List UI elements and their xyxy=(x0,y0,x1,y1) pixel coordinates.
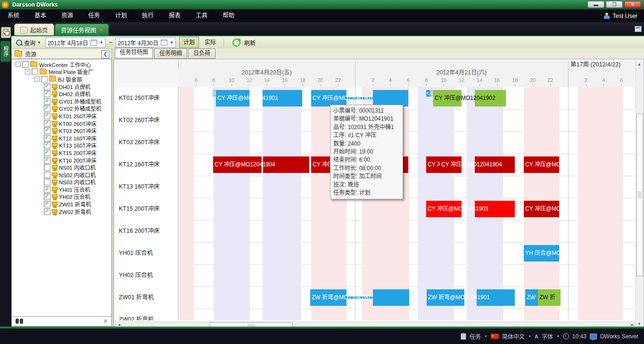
chevron-down-icon[interactable]: ▼ xyxy=(484,335,487,338)
menu-item-0[interactable]: 系统 xyxy=(0,9,27,22)
task-bar[interactable]: ZW 折弯@MO12041901 xyxy=(427,289,464,306)
tree-item[interactable]: KT15 200T冲床 xyxy=(12,149,111,156)
tree-checkbox[interactable] xyxy=(22,61,29,68)
user-badge[interactable]: Test User xyxy=(604,9,637,22)
statusbar-font[interactable]: 字体 xyxy=(542,332,553,340)
task-bar[interactable]: CY 冲压@MO12041901 xyxy=(216,90,249,106)
tree-item[interactable]: GY01 外桶成型机 xyxy=(12,98,111,105)
tree-item[interactable]: NS03 内收口机 xyxy=(12,179,111,186)
chevron-down-icon[interactable]: ▼ xyxy=(528,335,531,338)
menu-item-4[interactable]: 计划 xyxy=(107,9,134,22)
task-bar[interactable]: ZW 折弯@MO12041901 xyxy=(310,289,347,306)
tree-item[interactable]: NS01 内收口机 xyxy=(12,164,111,171)
tab-close-icon[interactable]: × xyxy=(99,27,103,33)
tree-item[interactable]: ZW02 折弯机 xyxy=(12,208,111,215)
actual-toggle-button[interactable]: 实际 xyxy=(201,37,220,48)
tree-checkbox[interactable] xyxy=(44,179,50,185)
clear-filter-icon[interactable]: × xyxy=(103,317,107,325)
refresh-button[interactable]: 刷新 xyxy=(228,39,258,47)
tree-checkbox[interactable] xyxy=(41,76,48,82)
date-from-field[interactable]: 2012年 4月18日 ▼ xyxy=(45,37,106,48)
tree-item[interactable]: GY02 外桶成型机 xyxy=(12,105,111,113)
tree-checkbox[interactable] xyxy=(44,186,50,193)
task-bar[interactable]: C xyxy=(213,90,216,97)
tree-item[interactable]: KT02 260T冲床 xyxy=(12,120,111,127)
tree-checkbox[interactable] xyxy=(32,68,38,75)
expander-icon[interactable]: − xyxy=(34,76,40,82)
task-bar[interactable]: CY 冲压@MO1 xyxy=(524,201,559,217)
tree-item[interactable]: YH02 压合机 xyxy=(12,193,111,201)
tree-checkbox[interactable] xyxy=(44,201,50,207)
view-tab-1[interactable]: 任务明细 xyxy=(154,49,187,59)
restore-button[interactable]: ❐ xyxy=(606,1,623,8)
expander-icon[interactable]: − xyxy=(25,69,30,74)
menu-item-6[interactable]: 报表 xyxy=(161,9,188,22)
menu-item-3[interactable]: 任务 xyxy=(81,9,107,22)
task-bar[interactable]: CY 冲压@MO12041901 xyxy=(311,90,347,106)
tree-item[interactable]: DH02 点焊机 xyxy=(12,90,111,98)
scroll-up-icon[interactable]: ▲ xyxy=(636,61,643,67)
menu-item-1[interactable]: 基本 xyxy=(27,9,54,22)
tree-checkbox[interactable] xyxy=(44,98,50,105)
chevron-down-icon[interactable]: ▼ xyxy=(556,335,560,338)
program-vertical-tab[interactable]: 程序 xyxy=(0,41,10,62)
tree-checkbox[interactable] xyxy=(44,157,50,164)
view-tab-0[interactable]: 任务甘特图 xyxy=(115,48,153,59)
panel-dock-icon[interactable] xyxy=(1,27,11,38)
tree-checkbox[interactable] xyxy=(44,172,50,178)
tree-checkbox[interactable] xyxy=(44,135,50,141)
menu-item-8[interactable]: 帮助 xyxy=(215,9,242,22)
task-bar[interactable]: CY 冲 xyxy=(426,156,440,173)
date-to-field[interactable]: 2012年 4月30日 ▼ xyxy=(116,37,176,48)
find-icon[interactable] xyxy=(16,319,23,324)
tab-home[interactable]: ⌂ 起始页 xyxy=(14,24,54,36)
tree-checkbox[interactable] xyxy=(44,90,50,97)
tree-item[interactable]: KT12 160T冲床 xyxy=(12,134,111,142)
task-bar[interactable] xyxy=(373,289,409,306)
tree-checkbox[interactable] xyxy=(44,120,50,127)
statusbar-language[interactable]: 简体中文 xyxy=(502,332,525,340)
menu-item-7[interactable]: 工具 xyxy=(188,9,215,22)
tree-item[interactable]: YH01 压合机 xyxy=(12,186,111,193)
close-button[interactable]: ✕ xyxy=(624,1,641,8)
statusbar-task[interactable]: 任务 xyxy=(470,332,481,340)
tree-checkbox[interactable] xyxy=(44,105,50,112)
tree-checkbox[interactable] xyxy=(44,208,50,215)
task-bar[interactable]: CY 冲压@MO12041904 xyxy=(440,156,462,173)
tree-checkbox[interactable] xyxy=(44,113,50,119)
tree-checkbox[interactable] xyxy=(44,149,50,156)
tree-checkbox[interactable] xyxy=(44,193,50,200)
tree-checkbox[interactable] xyxy=(44,164,50,171)
task-bar[interactable]: CY 冲压@MO1 xyxy=(524,156,559,173)
tree-item[interactable]: −Metal Plate 钣金厂 xyxy=(12,68,111,76)
tree-checkbox[interactable] xyxy=(44,127,50,134)
expander-icon[interactable]: − xyxy=(16,62,21,67)
tree-checkbox[interactable] xyxy=(44,83,50,90)
tree-item[interactable]: KT13 160T冲床 xyxy=(12,142,111,149)
task-list-icon[interactable] xyxy=(461,333,466,340)
tree-item[interactable]: ZW01 折弯机 xyxy=(12,200,111,208)
view-tab-2[interactable]: 日负荷 xyxy=(188,49,215,59)
tree-item[interactable]: KT01 250T冲床 xyxy=(12,112,111,120)
minimize-button[interactable]: ▬ xyxy=(587,1,604,8)
task-bar[interactable]: ZW xyxy=(525,289,538,306)
collapse-panel-button[interactable]: ❮ xyxy=(101,50,109,58)
tree-item[interactable]: KT03 260T冲床 xyxy=(12,127,111,134)
task-bar[interactable]: CY 冲压@MO12041904 xyxy=(213,156,262,173)
vertical-scrollbar[interactable]: ▲ ▼ xyxy=(636,61,643,328)
task-bar[interactable]: C xyxy=(430,90,433,97)
tree-item[interactable]: −WorkCenter 工作中心 xyxy=(12,61,111,68)
task-bar[interactable] xyxy=(373,90,408,106)
tree-item[interactable]: KT16 200T冲床 xyxy=(12,156,111,164)
tab-resource-task-view[interactable]: 资源任务视图 × xyxy=(55,24,109,36)
tree-item[interactable]: −BJ 钣金部 xyxy=(12,75,111,83)
task-bar[interactable]: ZW 折 xyxy=(538,289,561,306)
task-bar[interactable]: C xyxy=(426,90,430,97)
menu-item-5[interactable]: 执行 xyxy=(134,9,161,22)
task-bar[interactable]: CY 冲压@MO12041903 xyxy=(426,201,462,217)
vscroll-thumb[interactable] xyxy=(636,114,643,276)
task-bar[interactable]: CY 冲压@MO12041902 xyxy=(433,90,462,106)
window-list-icon[interactable] xyxy=(635,26,642,32)
task-bar[interactable]: YH 压合@MO1 xyxy=(524,245,559,262)
query-button[interactable]: 查询 ▼ xyxy=(11,39,44,47)
